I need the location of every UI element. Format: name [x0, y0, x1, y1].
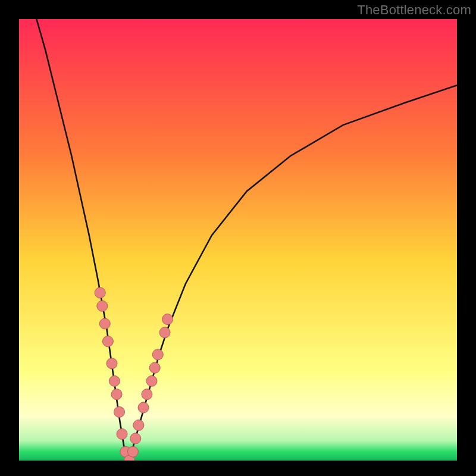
highlight-dot [127, 446, 138, 457]
watermark-text: TheBottleneck.com [357, 2, 471, 18]
highlight-dot [97, 300, 108, 311]
highlight-dot [130, 433, 141, 444]
highlight-dot [142, 389, 152, 400]
highlight-dot [138, 402, 149, 413]
highlight-dot [114, 406, 125, 417]
highlight-dot [159, 327, 170, 338]
bottleneck-chart [19, 19, 457, 461]
gradient-background [19, 19, 457, 461]
highlight-dot [117, 429, 127, 440]
highlight-dot [107, 358, 117, 369]
highlight-dot [111, 389, 122, 400]
highlight-dot [146, 375, 157, 386]
highlight-dot [152, 349, 163, 360]
highlight-dot [133, 420, 144, 431]
chart-frame: TheBottleneck.com [0, 0, 476, 476]
highlight-dot [149, 362, 160, 373]
highlight-dot [99, 318, 110, 329]
highlight-dot [102, 336, 113, 347]
highlight-dot [109, 375, 120, 386]
highlight-dot [95, 287, 105, 298]
highlight-dot [162, 314, 173, 325]
